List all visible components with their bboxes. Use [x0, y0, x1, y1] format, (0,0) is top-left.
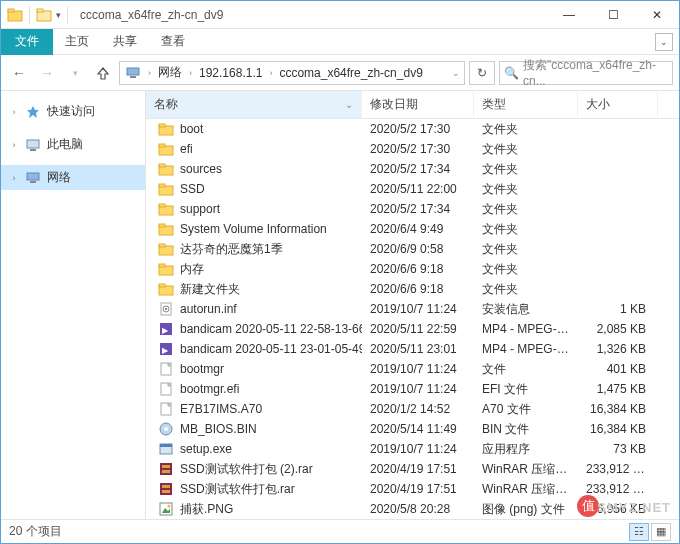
sidebar-label: 此电脑 [47, 136, 83, 153]
file-date: 2019/10/7 11:24 [362, 382, 474, 396]
table-row[interactable]: 内存2020/6/6 9:18文件夹 [146, 259, 679, 279]
svg-rect-14 [159, 144, 165, 147]
file-type: 应用程序 [474, 441, 578, 458]
table-row[interactable]: ▶bandicam 2020-05-11 23-01-05-496...2020… [146, 339, 679, 359]
address-bar[interactable]: › 网络 › 192.168.1.1 › cccoma_x64fre_zh-cn… [119, 61, 465, 85]
table-row[interactable]: support2020/5/2 17:34文件夹 [146, 199, 679, 219]
table-row[interactable]: boot2020/5/2 17:30文件夹 [146, 119, 679, 139]
search-icon: 🔍 [504, 66, 519, 80]
address-dropdown-icon[interactable]: ⌄ [450, 68, 462, 78]
nav-back-button[interactable]: ← [7, 61, 31, 85]
table-row[interactable]: SSD2020/5/11 22:00文件夹 [146, 179, 679, 199]
expand-ribbon-icon[interactable]: ⌄ [655, 33, 673, 51]
separator [67, 6, 68, 24]
table-row[interactable]: E7B17IMS.A702020/1/2 14:52A70 文件16,384 K… [146, 399, 679, 419]
file-date: 2020/5/8 20:28 [362, 502, 474, 516]
qat-dropdown-icon[interactable]: ▾ [56, 10, 61, 20]
rar-icon [158, 481, 174, 497]
sidebar-item-quick-access[interactable]: › 快速访问 [1, 99, 145, 124]
table-row[interactable]: autorun.inf2019/10/7 11:24安装信息1 KB [146, 299, 679, 319]
chevron-right-icon[interactable]: › [9, 173, 19, 183]
title-bar: ▾ cccoma_x64fre_zh-cn_dv9 — ☐ ✕ [1, 1, 679, 29]
network-root-icon[interactable] [122, 65, 144, 81]
nav-up-button[interactable] [91, 61, 115, 85]
svg-rect-3 [37, 9, 43, 12]
column-name[interactable]: 名称⌄ [146, 91, 362, 118]
file-size: 233,912 KB [578, 462, 658, 476]
sidebar: › 快速访问 › 此电脑 › 网络 [1, 91, 146, 519]
ribbon-tabs: 文件 主页 共享 查看 ⌄ [1, 29, 679, 55]
folder-icon [158, 121, 174, 137]
table-row[interactable]: MB_BIOS.BIN2020/5/14 11:49BIN 文件16,384 K… [146, 419, 679, 439]
table-row[interactable]: ▶bandicam 2020-05-11 22-58-13-660...2020… [146, 319, 679, 339]
pc-icon [25, 137, 41, 153]
chevron-right-icon[interactable]: › [9, 140, 19, 150]
svg-rect-31 [165, 308, 167, 310]
folder-icon [158, 221, 174, 237]
columns-header: 名称⌄ 修改日期 类型 大小 [146, 91, 679, 119]
file-name: System Volume Information [180, 222, 327, 236]
close-button[interactable]: ✕ [635, 1, 679, 29]
bin-icon [158, 421, 174, 437]
view-details-button[interactable]: ☷ [629, 523, 649, 541]
folder-open-icon[interactable] [36, 7, 52, 23]
tab-file[interactable]: 文件 [1, 29, 53, 55]
breadcrumb[interactable]: cccoma_x64fre_zh-cn_dv9 [276, 66, 425, 80]
breadcrumb[interactable]: 网络 [155, 64, 185, 81]
refresh-button[interactable]: ↻ [469, 61, 495, 85]
table-row[interactable]: bootmgr2019/10/7 11:24文件401 KB [146, 359, 679, 379]
file-size: 1 KB [578, 302, 658, 316]
svg-rect-22 [159, 224, 165, 227]
file-name: bootmgr.efi [180, 382, 239, 396]
file-type: 文件夹 [474, 161, 578, 178]
svg-rect-50 [162, 485, 170, 488]
svg-rect-47 [162, 465, 170, 468]
file-type: WinRAR 压缩文... [474, 481, 578, 498]
table-row[interactable]: sources2020/5/2 17:34文件夹 [146, 159, 679, 179]
table-row[interactable]: SSD测试软件打包 (2).rar2020/4/19 17:51WinRAR 压… [146, 459, 679, 479]
column-size[interactable]: 大小 [578, 91, 658, 118]
chevron-right-icon[interactable]: › [146, 68, 153, 78]
table-row[interactable]: SSD测试软件打包.rar2020/4/19 17:51WinRAR 压缩文..… [146, 479, 679, 499]
maximize-button[interactable]: ☐ [591, 1, 635, 29]
breadcrumb[interactable]: 192.168.1.1 [196, 66, 265, 80]
chevron-right-icon[interactable]: › [9, 107, 19, 117]
table-row[interactable]: 达芬奇的恶魔第1季2020/6/9 0:58文件夹 [146, 239, 679, 259]
tab-view[interactable]: 查看 [149, 29, 197, 55]
file-name: 达芬奇的恶魔第1季 [180, 241, 283, 258]
file-date: 2019/10/7 11:24 [362, 442, 474, 456]
table-row[interactable]: efi2020/5/2 17:30文件夹 [146, 139, 679, 159]
column-type[interactable]: 类型 [474, 91, 578, 118]
tab-home[interactable]: 主页 [53, 29, 101, 55]
view-icons-button[interactable]: ▦ [651, 523, 671, 541]
svg-rect-16 [159, 164, 165, 167]
sidebar-item-network[interactable]: › 网络 [1, 165, 145, 190]
table-row[interactable]: 新建文件夹2020/6/6 9:18文件夹 [146, 279, 679, 299]
png-icon [158, 501, 174, 517]
separator [29, 6, 30, 24]
folder-icon [158, 181, 174, 197]
file-date: 2020/5/2 17:30 [362, 142, 474, 156]
table-row[interactable]: bootmgr.efi2019/10/7 11:24EFI 文件1,475 KB [146, 379, 679, 399]
table-row[interactable]: 捕获.PNG2020/5/8 20:28图像 (png) 文件6,956 KB [146, 499, 679, 519]
folder-icon [158, 201, 174, 217]
file-type: EFI 文件 [474, 381, 578, 398]
search-input[interactable]: 🔍 搜索"cccoma_x64fre_zh-cn... [499, 61, 673, 85]
file-date: 2020/5/11 22:00 [362, 182, 474, 196]
svg-rect-12 [159, 124, 165, 127]
nav-history-dropdown[interactable]: ▾ [63, 61, 87, 85]
tab-share[interactable]: 共享 [101, 29, 149, 55]
svg-rect-10 [30, 181, 36, 183]
column-date[interactable]: 修改日期 [362, 91, 474, 118]
table-row[interactable]: setup.exe2019/10/7 11:24应用程序73 KB [146, 439, 679, 459]
file-icon [158, 401, 174, 417]
svg-rect-18 [159, 184, 165, 187]
chevron-right-icon[interactable]: › [267, 68, 274, 78]
minimize-button[interactable]: — [547, 1, 591, 29]
sidebar-item-this-pc[interactable]: › 此电脑 [1, 132, 145, 157]
table-row[interactable]: System Volume Information2020/6/4 9:49文件… [146, 219, 679, 239]
svg-rect-4 [127, 68, 139, 75]
file-size: 2,085 KB [578, 322, 658, 336]
chevron-right-icon[interactable]: › [187, 68, 194, 78]
nav-forward-button[interactable]: → [35, 61, 59, 85]
